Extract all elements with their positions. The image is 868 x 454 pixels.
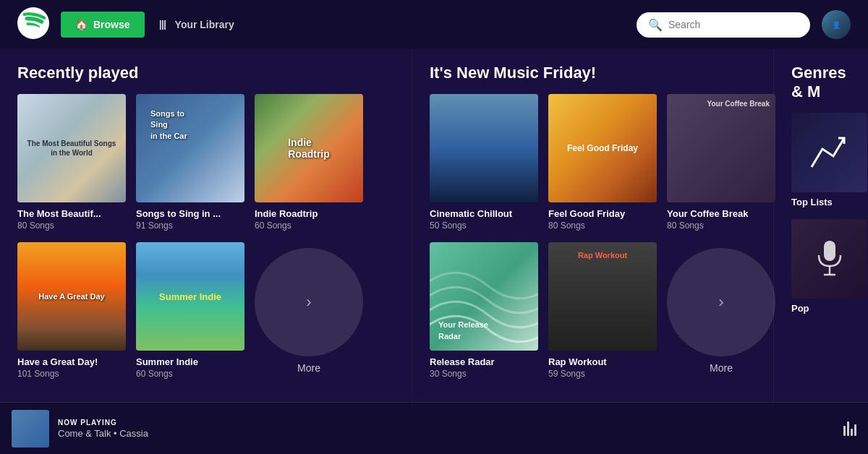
card-great-day[interactable]: Have A Great Day Have a Great Day! 101 S… xyxy=(17,242,126,379)
avatar[interactable]: 👤 xyxy=(822,10,851,39)
album-art: Your ReleaseRadar xyxy=(430,242,538,351)
chevron-right-icon: › xyxy=(306,293,311,312)
more-label: More xyxy=(297,362,320,374)
chevron-right-icon: › xyxy=(718,293,723,312)
card-img-coffee: Your Coffee Break xyxy=(667,94,775,202)
now-playing-bar: NOW PLAYING Come & Talk • Cassia xyxy=(0,402,868,454)
card-img-songs-sing: Songs toSingin the Car xyxy=(136,94,244,202)
library-icon: ⫼ xyxy=(156,17,169,33)
genres-title: Genres & M xyxy=(791,64,851,101)
card-subtitle: 59 Songs xyxy=(548,369,657,379)
card-most-beautiful[interactable]: The Most Beautiful Songsin the World The… xyxy=(17,94,126,231)
eq-bar-3 xyxy=(851,429,853,436)
card-cinematic[interactable]: Cinematic Chillout 50 Songs xyxy=(430,94,538,231)
chart-icon xyxy=(808,131,851,174)
browse-label: Browse xyxy=(93,19,130,30)
eq-bar-1 xyxy=(843,426,846,436)
recently-played-row1: The Most Beautiful Songsin the World The… xyxy=(17,94,394,231)
card-songs-sing[interactable]: Songs toSingin the Car Songs to Sing in … xyxy=(136,94,244,231)
card-title: Have a Great Day! xyxy=(17,356,126,367)
card-subtitle: 30 Songs xyxy=(430,369,538,379)
more-button-wrapper[interactable]: › More xyxy=(255,242,363,379)
card-coffee-break[interactable]: Your Coffee Break Your Coffee Break 80 S… xyxy=(667,94,775,231)
card-title: Songs to Sing in ... xyxy=(136,208,244,219)
search-input[interactable] xyxy=(668,19,799,30)
card-title: Summer Indie xyxy=(136,356,244,367)
card-release-radar[interactable]: Your ReleaseRadar Release Radar 30 Songs xyxy=(430,242,538,379)
now-playing-song: Come & Talk • Cassia xyxy=(58,428,148,439)
new-music-more-button[interactable]: › xyxy=(667,248,775,356)
new-music-title: It's New Music Friday! xyxy=(430,64,756,82)
browse-button[interactable]: 🏠 Browse xyxy=(61,12,145,38)
card-img-cinematic xyxy=(430,94,538,202)
album-art: Feel Good Friday xyxy=(548,94,657,202)
card-title: Feel Good Friday xyxy=(548,208,657,219)
card-title: Cinematic Chillout xyxy=(430,208,538,219)
genre-card-top-lists[interactable]: Top Lists xyxy=(791,113,867,207)
new-music-row2: Your ReleaseRadar Release Radar 30 Songs… xyxy=(430,242,756,379)
album-art: Have A Great Day xyxy=(17,242,126,351)
now-playing-info: NOW PLAYING Come & Talk • Cassia xyxy=(58,419,148,439)
card-subtitle: 101 Songs xyxy=(17,369,126,379)
main-content: Recently played The Most Beautiful Songs… xyxy=(0,49,868,402)
genres-list: Top Lists xyxy=(791,113,851,314)
card-title: Rap Workout xyxy=(548,356,657,367)
card-subtitle: 80 Songs xyxy=(548,220,657,231)
recently-played-section: Recently played The Most Beautiful Songs… xyxy=(0,49,412,402)
recently-played-title: Recently played xyxy=(17,64,394,82)
album-art: Rap Workout xyxy=(548,242,657,351)
genre-card-pop[interactable]: Pop xyxy=(791,219,867,314)
card-img-most-beautiful: The Most Beautiful Songsin the World xyxy=(17,94,126,202)
album-art: Summer Indie xyxy=(136,242,244,351)
navbar: 🏠 Browse ⫼ Your Library 🔍 👤 xyxy=(0,0,868,49)
svg-point-0 xyxy=(17,7,49,39)
card-rap-workout[interactable]: Rap Workout Rap Workout 59 Songs xyxy=(548,242,657,379)
card-feel-good[interactable]: Feel Good Friday Feel Good Friday 80 Son… xyxy=(548,94,657,231)
card-subtitle: 80 Songs xyxy=(17,220,126,231)
card-subtitle: 60 Songs xyxy=(255,220,363,231)
more-button[interactable]: › xyxy=(255,248,363,356)
card-title: The Most Beautif... xyxy=(17,208,126,219)
album-art xyxy=(791,219,867,299)
genres-section: Genres & M Top Lists xyxy=(774,49,868,402)
library-button[interactable]: ⫼ Your Library xyxy=(156,17,234,33)
card-subtitle: 60 Songs xyxy=(136,369,244,379)
card-img-great-day: Have A Great Day xyxy=(17,242,126,351)
card-subtitle: 91 Songs xyxy=(136,220,244,231)
equalizer-bars xyxy=(843,421,856,436)
card-img-release-radar: Your ReleaseRadar xyxy=(430,242,538,351)
card-subtitle: 80 Songs xyxy=(667,220,775,231)
library-label: Your Library xyxy=(175,19,234,30)
new-music-more-wrapper[interactable]: › More xyxy=(667,242,775,379)
album-art: Your Coffee Break xyxy=(667,94,775,202)
album-art: IndieRoadtrip xyxy=(255,94,363,202)
album-art: The Most Beautiful Songsin the World xyxy=(17,94,126,202)
card-summer-indie[interactable]: Summer Indie Summer Indie 60 Songs xyxy=(136,242,244,379)
genre-title: Pop xyxy=(791,303,867,314)
album-art xyxy=(430,94,538,202)
genre-title: Top Lists xyxy=(791,197,867,207)
search-bar[interactable]: 🔍 xyxy=(637,12,810,38)
card-img-indie: IndieRoadtrip xyxy=(255,94,363,202)
genre-img-top-lists xyxy=(791,113,867,192)
spotify-logo[interactable] xyxy=(17,7,49,42)
more-label: More xyxy=(710,362,733,374)
genre-img-pop xyxy=(791,219,867,299)
album-art xyxy=(791,113,867,192)
card-img-summer-indie: Summer Indie xyxy=(136,242,244,351)
recently-played-row2: Have A Great Day Have a Great Day! 101 S… xyxy=(17,242,394,379)
eq-bar-4 xyxy=(854,424,856,436)
home-icon: 🏠 xyxy=(75,19,88,30)
now-playing-label: NOW PLAYING xyxy=(58,419,148,427)
card-indie-roadtrip[interactable]: IndieRoadtrip Indie Roadtrip 60 Songs xyxy=(255,94,363,231)
search-icon: 🔍 xyxy=(648,18,663,32)
card-title: Indie Roadtrip xyxy=(255,208,363,219)
card-title: Release Radar xyxy=(430,356,538,367)
eq-bar-2 xyxy=(847,421,849,436)
card-title: Your Coffee Break xyxy=(667,208,775,219)
now-playing-thumbnail xyxy=(12,410,49,447)
new-music-section: It's New Music Friday! Cinematic Chillou… xyxy=(412,49,774,402)
card-subtitle: 50 Songs xyxy=(430,220,538,231)
card-img-rap-workout: Rap Workout xyxy=(548,242,657,351)
svg-rect-1 xyxy=(824,241,835,261)
